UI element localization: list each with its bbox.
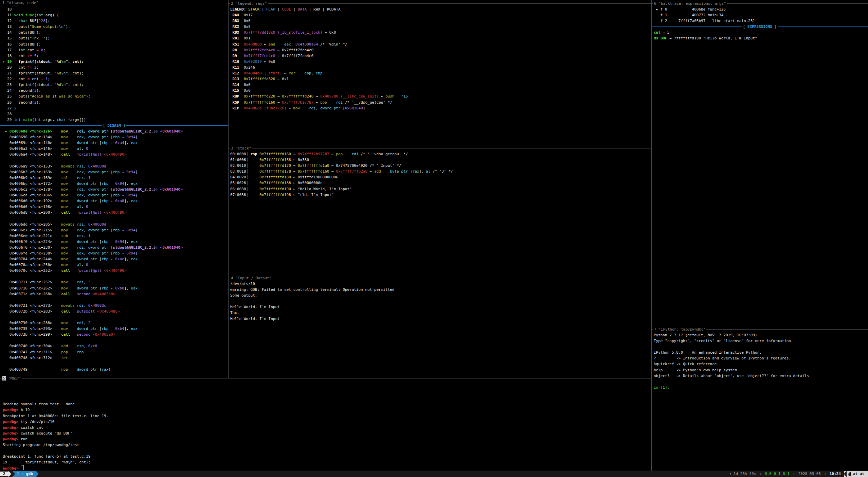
terminal-line: 0x4006a4 <func+148> call fprintf@plt <0x… [3,152,228,157]
terminal-line: 13 puts("Some output:\n"); [3,24,228,30]
terminal-line: 0x400747 <func+311> pop rbp [3,349,228,355]
terminal-line: 0x4006fe <func+238> mov edx, dword ptr [… [3,250,228,256]
terminal-line: 26 second(2); [3,100,228,105]
terminal-line: 0x400711 <func+257> mov edi, 3 [3,279,228,285]
terminal-line [3,273,228,279]
pane-registers[interactable]: LEGEND: STACK | HEAP | CODE | DATA | RWX… [230,6,651,142]
powerline-arrow-icon [36,471,39,477]
terminal-line: 0x400704 <func+244> mov dword ptr [rbp -… [3,256,228,262]
terminal-line: pwndbg> b 19 [3,407,648,413]
terminal-line: 0x4006a2 <func+146> mov al, 0 [3,146,228,152]
pane-ipython[interactable]: Python 2.7.17 (default, Nov 7 2019, 10:0… [654,332,868,468]
terminal-line: 19 fprintf(stdout, "%d\n", cnt); [3,459,648,465]
terminal-line: RBX 0x0 [230,18,651,24]
terminal-line: warning: GDB: Failed to set controlling … [230,287,651,293]
terminal-line: 0x4006d8 <func+200> call fprintf@plt <0x… [3,210,228,215]
pane-backtrace-frames[interactable]: ► f 0 40068e func+126 f 1 400772 main+34… [654,6,868,24]
terminal-line: 0x4006f6 <func+230> mov rdi, qword ptr [… [3,245,228,250]
tmux-status-bar: 2 1 › gdb ↑1d 23h 49m ‹ 0.0 0.1 0.1 ‹ 20… [0,471,868,477]
terminal-line: 06:0030│ 0x7fffffffd190 ← "Hello World, … [230,186,651,192]
terminal-line: f 1 400772 main+34 [654,12,868,18]
terminal-line: object? -> Details about 'object', use '… [654,373,868,379]
pane-title-ipython: 7 "IPython: tmp/pwndbg" [652,326,868,332]
terminal-line [3,297,228,303]
terminal-line: 29 int main(int argc, char *argv[]) [3,117,228,123]
terminal-line: Reading symbols from test...done. [3,401,648,407]
terminal-line: R14 0x0 [230,82,651,88]
terminal-line: RDI 0x1 [230,35,651,41]
terminal-line: 12 char BUF[128]; [3,18,228,24]
hostname: at-at [853,472,864,476]
uptime-arrow-icon: ↑ [729,472,731,476]
terminal-line: 0x40072b <func+283> call puts@plt <0x400… [3,308,228,314]
terminal-line: 24 second(3); [3,88,228,93]
terminal-line [3,395,648,401]
terminal-line: 17 int cnt = 0; [3,47,228,53]
pane-program-io[interactable]: /dev/pts/10warning: GDB: Failed to set c… [230,281,651,373]
terminal-line: 03:0018│ 0x7fffffffd178 → 0x7fffffffd1b0… [230,169,651,174]
chevron-left-icon: ‹ [824,471,827,476]
terminal-line [3,314,228,320]
terminal-line: ► 0x40068e <func+126> mov rdi, qword ptr… [3,128,228,134]
terminal-line [3,215,228,221]
terminal-line: Hello World, I'm Input [230,304,651,310]
pane-stack[interactable]: 00:0000│ rsp 0x7fffffffd160 → 0x7ffff7b9… [230,151,651,273]
terminal-line: 0x400748 <func+312> ret [3,355,228,361]
terminal-line: 00:0000│ rsp 0x7fffffffd160 → 0x7ffff7b9… [230,151,651,157]
terminal-line: ► f 0 40068e func+126 [654,6,868,12]
terminal-line: RAX 0x17 [230,12,651,18]
terminal-line [3,378,648,384]
terminal-line: 10 [3,6,228,12]
powerline-notch-icon [12,471,15,477]
powerline-arrow-icon [844,471,847,477]
terminal-line [3,384,648,390]
window-separator-icon: › [21,472,26,476]
terminal-line: RIP 0x40068e (func+126) ← mov rdi, qword… [230,105,651,111]
terminal-line: RBP 0x7fffffffd220 → 0x7fffffffd240 → 0x… [230,93,651,99]
status-clock: 10:24 [830,472,841,476]
terminal-line: 0x40070a <func+250> mov al, 0 [3,262,228,268]
terminal-line: R11 0x246 [230,65,651,70]
terminal-line [3,390,648,395]
terminal-line: Thx. [230,310,651,316]
window-index: 1 [15,472,22,476]
pane-source-code[interactable]: 10 11 void func(int arg) { 12 char BUF[1… [3,6,228,123]
terminal-line: RCX 0x5 [230,24,651,30]
status-left: 2 1 › gdb [0,471,39,477]
terminal-line: pwndbg> run [3,436,648,442]
pane-disassembly[interactable]: ► 0x40068e <func+126> mov rdi, qword ptr… [3,128,228,375]
terminal-line: R8 0x7ffff7fcb4c0 ← 0x7ffff7fcb4c0 [230,47,651,53]
terminal-line: pwndbg> tty /dev/pts/10 [3,419,648,425]
pane-gdb-console[interactable]: Reading symbols from test...done.pwndbg>… [3,378,648,471]
terminal-line: 22 cnt = cnt - 1; [3,76,228,82]
pane-border-vertical [651,0,652,471]
terminal-line: 0x400716 <func+262> mov dword ptr [rbp -… [3,285,228,291]
terminal-line: 0x40073b <func+299> call second <0x4005a… [3,332,228,337]
terminal-line: ? -> Introduction and overview of IPytho… [654,355,868,361]
terminal-line: R10 0x602010 ← 0x0 [230,59,651,65]
pane-title-stack: 3 "stack" [229,145,651,151]
load-average: 0.0 0.1 0.1 [765,472,790,476]
tmux-session-badge[interactable]: 2 [0,472,8,476]
terminal-line: Breakpoint 1 at 0x40068e: file test.c, l… [3,413,648,419]
tmux-window-tab-gdb[interactable]: 1 › gdb [12,471,36,477]
terminal-line: 0x4006ca <func+186> mov edx, dword ptr [… [3,192,228,198]
pane-expressions[interactable]: cnt = 5ds BUF = 7fffffffd190 "Hello Worl… [654,30,868,43]
terminal-line: 0x400749 nop dword ptr [rax] [3,367,228,372]
terminal-line: cnt = 5 [654,30,868,35]
terminal-line: R15 0x0 [230,88,651,93]
terminal-line: 05:0028│ 0x7fffffffd188 ← 0x50000000e [230,180,651,186]
terminal-line: RSP 0x7fffffffd160 → 0x7ffff7b97787 ← po… [230,100,651,105]
terminal-line: 0x4006bc <func+172> mov dword ptr [rbp -… [3,181,228,187]
terminal-line: ► 19 fprintf(stdout, "%d\n", cnt); [3,59,228,65]
terminal-line: IPython 5.8.0 -- An enhanced Interactive… [654,350,868,355]
pane-title-disasm-code: 1 "disasm, code" [0,0,228,5]
terminal-line: In [1]: [654,385,868,390]
expressions-section-header: [ EXPRESSIONS ] [652,24,868,30]
terminal-line: 0x4006d0 <func+192> mov dword ptr [rbp -… [3,198,228,204]
status-right: ↑1d 23h 49m ‹ 0.0 0.1 0.1 ‹ 2020-03-06 ‹… [729,471,868,477]
terminal-line: 16 puts(BUF); [3,41,228,47]
terminal-line: 0x4006dd <func+205> movabs rsi, 0x40080d [3,222,228,227]
terminal-line [654,344,868,350]
chevron-left-icon: ‹ [793,471,795,476]
